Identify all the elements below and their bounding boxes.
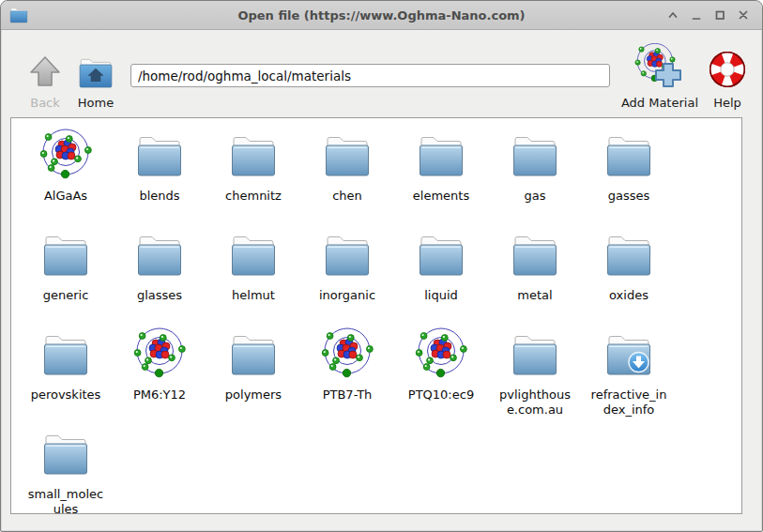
add-material-label: Add Material (621, 96, 698, 110)
maximize-icon[interactable] (712, 8, 727, 23)
file-label: AlGaAs (25, 189, 106, 204)
file-label: PM6:Y12 (119, 388, 200, 403)
file-item-inorganic[interactable]: inorganic (300, 226, 394, 326)
file-item-refractive_index_info[interactable]: refractive_index_info (582, 326, 676, 425)
folder-icon (39, 431, 92, 478)
file-label: PTQ10:ec9 (401, 388, 481, 403)
lifebuoy-icon (707, 49, 748, 93)
folder-icon (603, 132, 655, 179)
folder-icon (321, 232, 374, 279)
back-label: Back (30, 96, 60, 110)
add-material-button[interactable]: Add Material (621, 43, 698, 110)
folder-icon (227, 132, 280, 179)
file-item-chen[interactable]: chen (300, 127, 394, 226)
file-label: gas (495, 189, 575, 204)
folder-icon (509, 232, 561, 279)
folder-download-icon (603, 331, 655, 378)
file-label: chemnitz (213, 189, 294, 204)
file-label: refractive_index_info (588, 388, 669, 418)
file-label: generic (25, 288, 106, 303)
folder-icon (603, 232, 655, 279)
folder-icon (227, 331, 280, 378)
file-item-PTB7-Th[interactable]: PTB7-Th (300, 326, 394, 425)
file-item-helmut[interactable]: helmut (206, 226, 300, 326)
file-item-polymers[interactable]: polymers (206, 326, 300, 425)
window-controls (665, 8, 751, 23)
window-title: Open file (https://www.Oghma-Nano.com) (1, 8, 762, 23)
file-label: small_molecules (25, 487, 106, 514)
back-button[interactable]: Back (23, 53, 67, 110)
file-label: glasses (119, 288, 200, 303)
file-item-small_molecules[interactable]: small_molecules (19, 425, 113, 514)
atom-icon (39, 127, 92, 179)
file-label: pvlighthouse.com.au (495, 388, 575, 418)
folder-icon (415, 132, 467, 179)
file-item-AlGaAs[interactable]: AlGaAs (19, 127, 113, 226)
file-label: metal (495, 288, 575, 303)
file-item-chemnitz[interactable]: chemnitz (206, 127, 300, 226)
file-label: perovskites (25, 388, 106, 403)
folder-icon (133, 132, 186, 179)
file-view-panel: AlGaAs blends (10, 117, 742, 514)
folder-icon (133, 232, 186, 279)
atom-icon (321, 326, 374, 378)
file-item-blends[interactable]: blends (113, 127, 206, 226)
file-item-elements[interactable]: elements (394, 127, 488, 226)
file-label: inorganic (307, 288, 388, 303)
file-label: liquid (401, 288, 481, 303)
file-label: chen (307, 189, 388, 204)
file-item-gas[interactable]: gas (488, 127, 582, 226)
folder-icon (509, 331, 561, 378)
file-label: blends (119, 189, 200, 204)
open-file-dialog: Open file (https://www.Oghma-Nano.com) (0, 0, 763, 532)
folder-icon (39, 232, 92, 279)
atom-icon (415, 326, 467, 378)
up-arrow-icon (26, 53, 64, 93)
folder-icon (227, 232, 280, 279)
folder-icon (8, 7, 29, 24)
minimize-icon[interactable] (689, 8, 704, 23)
file-item-perovskites[interactable]: perovskites (19, 326, 113, 425)
file-label: oxides (588, 288, 669, 303)
folder-icon (509, 132, 561, 179)
file-label: elements (401, 189, 481, 204)
file-item-gasses[interactable]: gasses (582, 127, 676, 226)
file-item-oxides[interactable]: oxides (582, 226, 676, 326)
path-input[interactable] (130, 64, 610, 87)
close-icon[interactable] (736, 8, 751, 23)
help-label: Help (713, 96, 741, 110)
file-item-liquid[interactable]: liquid (394, 226, 488, 326)
file-item-generic[interactable]: generic (19, 226, 113, 326)
toolbar: Back Home (1, 30, 762, 117)
file-label: polymers (213, 388, 294, 403)
file-label: gasses (588, 189, 669, 204)
atom-icon (133, 326, 186, 378)
file-label: helmut (213, 288, 294, 303)
titlebar: Open file (https://www.Oghma-Nano.com) (1, 1, 762, 30)
file-label: PTB7-Th (307, 388, 388, 403)
help-button[interactable]: Help (706, 49, 749, 110)
folder-icon (415, 232, 467, 279)
file-item-glasses[interactable]: glasses (113, 226, 206, 326)
home-label: Home (78, 96, 114, 110)
file-item-PM6:Y12[interactable]: PM6:Y12 (113, 326, 206, 425)
folder-icon (321, 132, 374, 179)
folder-icon (39, 331, 92, 378)
home-button[interactable]: Home (74, 56, 117, 110)
file-item-pvlighthouse.com.au[interactable]: pvlighthouse.com.au (488, 326, 582, 425)
atom-plus-icon (634, 43, 685, 93)
file-grid: AlGaAs blends (11, 118, 741, 514)
file-item-PTQ10:ec9[interactable]: PTQ10:ec9 (394, 326, 488, 425)
shade-icon[interactable] (665, 8, 680, 23)
home-folder-icon (76, 56, 115, 93)
file-item-metal[interactable]: metal (488, 226, 582, 326)
